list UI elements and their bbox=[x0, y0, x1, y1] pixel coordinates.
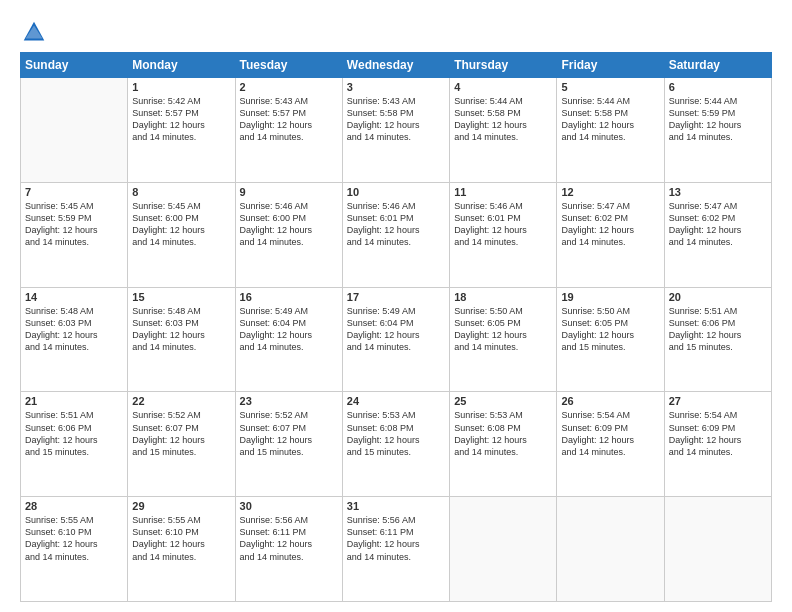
day-number: 23 bbox=[240, 395, 338, 407]
day-number: 4 bbox=[454, 81, 552, 93]
cell-content: Sunrise: 5:54 AM Sunset: 6:09 PM Dayligh… bbox=[669, 409, 767, 458]
day-number: 10 bbox=[347, 186, 445, 198]
cell-content: Sunrise: 5:51 AM Sunset: 6:06 PM Dayligh… bbox=[669, 305, 767, 354]
day-number: 3 bbox=[347, 81, 445, 93]
day-number: 16 bbox=[240, 291, 338, 303]
day-number: 20 bbox=[669, 291, 767, 303]
day-number: 12 bbox=[561, 186, 659, 198]
day-number: 21 bbox=[25, 395, 123, 407]
calendar-cell bbox=[664, 497, 771, 602]
calendar-cell: 23Sunrise: 5:52 AM Sunset: 6:07 PM Dayli… bbox=[235, 392, 342, 497]
cell-content: Sunrise: 5:49 AM Sunset: 6:04 PM Dayligh… bbox=[347, 305, 445, 354]
cell-content: Sunrise: 5:45 AM Sunset: 6:00 PM Dayligh… bbox=[132, 200, 230, 249]
calendar-cell: 29Sunrise: 5:55 AM Sunset: 6:10 PM Dayli… bbox=[128, 497, 235, 602]
calendar-day-header: Wednesday bbox=[342, 53, 449, 78]
day-number: 6 bbox=[669, 81, 767, 93]
calendar-cell: 11Sunrise: 5:46 AM Sunset: 6:01 PM Dayli… bbox=[450, 182, 557, 287]
header bbox=[20, 18, 772, 46]
page: SundayMondayTuesdayWednesdayThursdayFrid… bbox=[0, 0, 792, 612]
calendar-cell bbox=[557, 497, 664, 602]
logo-icon bbox=[20, 18, 48, 46]
day-number: 24 bbox=[347, 395, 445, 407]
day-number: 18 bbox=[454, 291, 552, 303]
calendar-week-row: 14Sunrise: 5:48 AM Sunset: 6:03 PM Dayli… bbox=[21, 287, 772, 392]
cell-content: Sunrise: 5:50 AM Sunset: 6:05 PM Dayligh… bbox=[561, 305, 659, 354]
cell-content: Sunrise: 5:43 AM Sunset: 5:57 PM Dayligh… bbox=[240, 95, 338, 144]
calendar-cell bbox=[21, 78, 128, 183]
cell-content: Sunrise: 5:52 AM Sunset: 6:07 PM Dayligh… bbox=[240, 409, 338, 458]
day-number: 28 bbox=[25, 500, 123, 512]
calendar-cell: 21Sunrise: 5:51 AM Sunset: 6:06 PM Dayli… bbox=[21, 392, 128, 497]
day-number: 26 bbox=[561, 395, 659, 407]
day-number: 29 bbox=[132, 500, 230, 512]
day-number: 27 bbox=[669, 395, 767, 407]
cell-content: Sunrise: 5:55 AM Sunset: 6:10 PM Dayligh… bbox=[25, 514, 123, 563]
calendar-cell: 6Sunrise: 5:44 AM Sunset: 5:59 PM Daylig… bbox=[664, 78, 771, 183]
calendar-week-row: 28Sunrise: 5:55 AM Sunset: 6:10 PM Dayli… bbox=[21, 497, 772, 602]
calendar-header-row: SundayMondayTuesdayWednesdayThursdayFrid… bbox=[21, 53, 772, 78]
calendar-cell: 9Sunrise: 5:46 AM Sunset: 6:00 PM Daylig… bbox=[235, 182, 342, 287]
cell-content: Sunrise: 5:54 AM Sunset: 6:09 PM Dayligh… bbox=[561, 409, 659, 458]
calendar-cell: 17Sunrise: 5:49 AM Sunset: 6:04 PM Dayli… bbox=[342, 287, 449, 392]
calendar-cell: 13Sunrise: 5:47 AM Sunset: 6:02 PM Dayli… bbox=[664, 182, 771, 287]
cell-content: Sunrise: 5:56 AM Sunset: 6:11 PM Dayligh… bbox=[240, 514, 338, 563]
calendar-cell: 1Sunrise: 5:42 AM Sunset: 5:57 PM Daylig… bbox=[128, 78, 235, 183]
cell-content: Sunrise: 5:42 AM Sunset: 5:57 PM Dayligh… bbox=[132, 95, 230, 144]
cell-content: Sunrise: 5:55 AM Sunset: 6:10 PM Dayligh… bbox=[132, 514, 230, 563]
calendar-cell: 25Sunrise: 5:53 AM Sunset: 6:08 PM Dayli… bbox=[450, 392, 557, 497]
calendar-cell: 26Sunrise: 5:54 AM Sunset: 6:09 PM Dayli… bbox=[557, 392, 664, 497]
calendar-cell: 10Sunrise: 5:46 AM Sunset: 6:01 PM Dayli… bbox=[342, 182, 449, 287]
cell-content: Sunrise: 5:46 AM Sunset: 6:01 PM Dayligh… bbox=[347, 200, 445, 249]
cell-content: Sunrise: 5:48 AM Sunset: 6:03 PM Dayligh… bbox=[132, 305, 230, 354]
day-number: 9 bbox=[240, 186, 338, 198]
calendar-cell: 24Sunrise: 5:53 AM Sunset: 6:08 PM Dayli… bbox=[342, 392, 449, 497]
calendar-day-header: Friday bbox=[557, 53, 664, 78]
cell-content: Sunrise: 5:43 AM Sunset: 5:58 PM Dayligh… bbox=[347, 95, 445, 144]
calendar-cell: 4Sunrise: 5:44 AM Sunset: 5:58 PM Daylig… bbox=[450, 78, 557, 183]
calendar-cell: 16Sunrise: 5:49 AM Sunset: 6:04 PM Dayli… bbox=[235, 287, 342, 392]
calendar-cell: 27Sunrise: 5:54 AM Sunset: 6:09 PM Dayli… bbox=[664, 392, 771, 497]
calendar-cell: 8Sunrise: 5:45 AM Sunset: 6:00 PM Daylig… bbox=[128, 182, 235, 287]
day-number: 7 bbox=[25, 186, 123, 198]
calendar-day-header: Sunday bbox=[21, 53, 128, 78]
cell-content: Sunrise: 5:47 AM Sunset: 6:02 PM Dayligh… bbox=[669, 200, 767, 249]
day-number: 5 bbox=[561, 81, 659, 93]
cell-content: Sunrise: 5:44 AM Sunset: 5:59 PM Dayligh… bbox=[669, 95, 767, 144]
calendar-day-header: Tuesday bbox=[235, 53, 342, 78]
calendar-day-header: Monday bbox=[128, 53, 235, 78]
svg-marker-1 bbox=[26, 25, 43, 38]
day-number: 30 bbox=[240, 500, 338, 512]
calendar-week-row: 7Sunrise: 5:45 AM Sunset: 5:59 PM Daylig… bbox=[21, 182, 772, 287]
cell-content: Sunrise: 5:51 AM Sunset: 6:06 PM Dayligh… bbox=[25, 409, 123, 458]
cell-content: Sunrise: 5:48 AM Sunset: 6:03 PM Dayligh… bbox=[25, 305, 123, 354]
day-number: 22 bbox=[132, 395, 230, 407]
calendar-table: SundayMondayTuesdayWednesdayThursdayFrid… bbox=[20, 52, 772, 602]
day-number: 19 bbox=[561, 291, 659, 303]
day-number: 13 bbox=[669, 186, 767, 198]
day-number: 25 bbox=[454, 395, 552, 407]
logo bbox=[20, 18, 52, 46]
calendar-day-header: Thursday bbox=[450, 53, 557, 78]
calendar-cell: 20Sunrise: 5:51 AM Sunset: 6:06 PM Dayli… bbox=[664, 287, 771, 392]
calendar-cell: 5Sunrise: 5:44 AM Sunset: 5:58 PM Daylig… bbox=[557, 78, 664, 183]
cell-content: Sunrise: 5:49 AM Sunset: 6:04 PM Dayligh… bbox=[240, 305, 338, 354]
cell-content: Sunrise: 5:45 AM Sunset: 5:59 PM Dayligh… bbox=[25, 200, 123, 249]
day-number: 2 bbox=[240, 81, 338, 93]
cell-content: Sunrise: 5:46 AM Sunset: 6:00 PM Dayligh… bbox=[240, 200, 338, 249]
cell-content: Sunrise: 5:44 AM Sunset: 5:58 PM Dayligh… bbox=[561, 95, 659, 144]
calendar-cell: 12Sunrise: 5:47 AM Sunset: 6:02 PM Dayli… bbox=[557, 182, 664, 287]
cell-content: Sunrise: 5:46 AM Sunset: 6:01 PM Dayligh… bbox=[454, 200, 552, 249]
cell-content: Sunrise: 5:53 AM Sunset: 6:08 PM Dayligh… bbox=[347, 409, 445, 458]
calendar-week-row: 21Sunrise: 5:51 AM Sunset: 6:06 PM Dayli… bbox=[21, 392, 772, 497]
calendar-cell: 7Sunrise: 5:45 AM Sunset: 5:59 PM Daylig… bbox=[21, 182, 128, 287]
calendar-week-row: 1Sunrise: 5:42 AM Sunset: 5:57 PM Daylig… bbox=[21, 78, 772, 183]
day-number: 8 bbox=[132, 186, 230, 198]
day-number: 14 bbox=[25, 291, 123, 303]
calendar-cell: 2Sunrise: 5:43 AM Sunset: 5:57 PM Daylig… bbox=[235, 78, 342, 183]
cell-content: Sunrise: 5:50 AM Sunset: 6:05 PM Dayligh… bbox=[454, 305, 552, 354]
calendar-cell: 31Sunrise: 5:56 AM Sunset: 6:11 PM Dayli… bbox=[342, 497, 449, 602]
calendar-cell: 28Sunrise: 5:55 AM Sunset: 6:10 PM Dayli… bbox=[21, 497, 128, 602]
calendar-day-header: Saturday bbox=[664, 53, 771, 78]
calendar-cell: 19Sunrise: 5:50 AM Sunset: 6:05 PM Dayli… bbox=[557, 287, 664, 392]
day-number: 17 bbox=[347, 291, 445, 303]
